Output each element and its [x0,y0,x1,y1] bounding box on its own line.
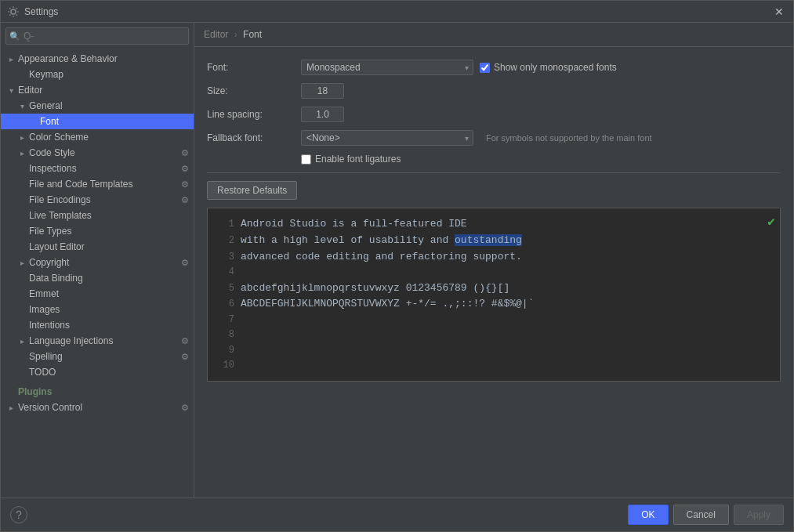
line-number: 8 [220,328,234,342]
sidebar-item-inspections[interactable]: Inspections ⚙ [1,161,194,176]
show-monospaced-checkbox[interactable] [480,63,490,73]
line-spacing-row: Line spacing: [207,107,781,122]
action-buttons: OK Cancel Apply [628,505,784,525]
sidebar-item-emmet[interactable]: Emmet [1,286,194,302]
font-label: Font: [207,62,301,73]
fallback-font-controls: <None> For symbols not supported by the … [301,130,652,146]
preview-check-icon: ✔ [767,213,775,233]
tree-arrow-icon [16,320,27,331]
line-text: Android Studio is a full-featured IDE [241,216,467,233]
sidebar-item-data-binding[interactable]: Data Binding [1,270,194,286]
svg-point-0 [11,9,16,14]
bottom-bar: ? OK Cancel Apply [1,498,793,531]
line-spacing-label: Line spacing: [207,109,301,120]
sidebar-item-font[interactable]: Font [1,114,194,129]
tree-arrow-icon [16,132,27,143]
enable-ligatures-wrap[interactable]: Enable font ligatures [301,154,401,165]
line-text: advanced code editing and refactoring su… [241,249,522,266]
tree-arrow-icon [16,69,27,80]
highlighted-word: outstanding [455,234,522,246]
preview-line-1: 1 Android Studio is a full-featured IDE [220,216,767,233]
preview-line-7: 7 [220,313,767,328]
sidebar-item-editor[interactable]: Editor [1,82,194,98]
tree-arrow-icon [16,226,27,237]
gear-icon: ⚙ [181,195,189,205]
tree-arrow-icon [27,116,38,127]
sidebar-item-todo[interactable]: TODO [1,364,194,380]
line-number: 2 [220,233,234,248]
sidebar-item-code-style[interactable]: Code Style ⚙ [1,145,194,161]
title-bar-left: Settings [7,5,58,18]
fallback-font-dropdown[interactable]: <None> [301,130,473,146]
show-monospaced-label: Show only monospaced fonts [494,62,617,73]
sidebar-item-file-encodings[interactable]: File Encodings ⚙ [1,192,194,208]
tree-arrow-icon [16,179,27,190]
preview-line-3: 3 advanced code editing and refactoring … [220,249,767,266]
ok-button[interactable]: OK [628,505,668,525]
line-number: 10 [220,358,234,373]
size-row: Size: [207,83,781,99]
sidebar-item-layout-editor[interactable]: Layout Editor [1,239,194,255]
sidebar-item-file-types[interactable]: File Types [1,223,194,239]
sidebar-item-live-templates[interactable]: Live Templates [1,208,194,223]
search-input[interactable] [5,27,189,45]
gear-icon: ⚙ [181,179,189,190]
tree-arrow-icon [16,147,27,158]
search-box: 🔍 [5,27,189,45]
tree-arrow-icon [16,194,27,205]
line-number: 9 [220,343,234,358]
size-input[interactable] [301,83,344,99]
breadcrumb-current: Font [243,29,262,40]
sidebar-item-language-injections[interactable]: Language Injections ⚙ [1,333,194,349]
sidebar-item-copyright[interactable]: Copyright ⚙ [1,255,194,270]
sidebar-section-label: Plugins [18,386,189,397]
title-bar: Settings ✕ [1,1,793,23]
tree-arrow-icon [16,335,27,346]
line-number: 1 [220,217,234,232]
line-text: abcdefghijklmnopqrstuvwxyz 0123456789 ()… [241,280,509,297]
ligatures-checkbox[interactable] [301,154,311,165]
breadcrumb-parent: Editor [204,29,228,40]
sidebar-item-spelling[interactable]: Spelling ⚙ [1,349,194,364]
line-spacing-controls [301,107,344,122]
help-button[interactable]: ? [10,506,27,523]
line-number: 4 [220,265,234,280]
sidebar-item-file-code-templates[interactable]: File and Code Templates ⚙ [1,176,194,192]
dialog-title: Settings [24,6,58,17]
line-number: 3 [220,250,234,265]
restore-row: Restore Defaults [207,181,781,200]
sidebar-item-label: File and Code Templates [29,179,181,190]
font-dropdown[interactable]: Monospaced Consolas Courier New DejaVu S… [301,60,473,75]
font-row: Font: Monospaced Consolas Courier New De… [207,60,781,75]
line-spacing-input[interactable] [301,107,344,122]
restore-defaults-button[interactable]: Restore Defaults [207,181,297,200]
preview-line-2: 2 with a high level of usability and out… [220,233,767,249]
sidebar-item-label: Keymap [29,69,189,80]
apply-button[interactable]: Apply [734,505,784,525]
preview-line-6: 6 ABCDEFGHIJKLMNOPQRSTUVWXYZ +-*/= .,;::… [220,296,767,313]
line-text: with a high level of usability and outst… [241,233,522,249]
sidebar-item-color-scheme[interactable]: Color Scheme [1,129,194,145]
sidebar-item-label: Code Style [29,147,181,158]
settings-icon [7,5,20,18]
fallback-font-hint: For symbols not supported by the main fo… [486,133,652,143]
tree-arrow-icon [16,351,27,362]
size-label: Size: [207,85,301,96]
sidebar-item-general[interactable]: General [1,98,194,114]
sidebar-item-version-control[interactable]: Version Control ⚙ [1,400,194,415]
preview-line-10: 10 [220,358,767,373]
tree-arrow-icon [16,288,27,299]
fallback-font-row: Fallback font: <None> For symbols not su… [207,130,781,146]
tree-arrow-icon [16,367,27,378]
sidebar-item-keymap[interactable]: Keymap [1,67,194,82]
line-number: 7 [220,313,234,328]
show-monospaced-checkbox-wrap[interactable]: Show only monospaced fonts [480,62,617,73]
size-controls [301,83,344,99]
close-button[interactable]: ✕ [771,5,787,19]
sidebar-item-appearance[interactable]: Appearance & Behavior [1,51,194,67]
sidebar-item-intentions[interactable]: Intentions [1,317,194,333]
sidebar-item-images[interactable]: Images [1,302,194,317]
line-number: 6 [220,297,234,312]
cancel-button[interactable]: Cancel [673,505,729,525]
gear-icon: ⚙ [181,258,189,268]
